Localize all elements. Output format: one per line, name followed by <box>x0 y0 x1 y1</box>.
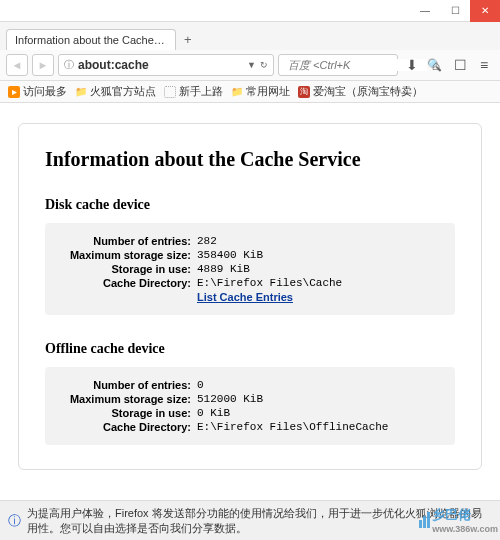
bookmark-firefox-official[interactable]: 📁火狐官方站点 <box>75 84 156 99</box>
bookmark-getting-started[interactable]: 新手上路 <box>164 84 223 99</box>
bookmark-most-visited[interactable]: ▸访问最多 <box>8 84 67 99</box>
info-icon: ⓘ <box>8 512 21 530</box>
forward-button[interactable]: ► <box>32 54 54 76</box>
offline-cache-heading: Offline cache device <box>45 341 455 357</box>
maximize-button[interactable]: ☐ <box>440 0 470 22</box>
page-card: Information about the Cache Service Disk… <box>18 123 482 470</box>
value: 358400 KiB <box>197 249 263 261</box>
folder-icon: 📁 <box>75 86 87 98</box>
window-controls: — ☐ ✕ <box>410 0 500 22</box>
bookmarks-toolbar: ▸访问最多 📁火狐官方站点 新手上路 📁常用网址 淘爱淘宝（原淘宝特卖） <box>0 81 500 103</box>
tab-strip: Information about the Cache S... + <box>0 22 500 50</box>
globe-icon: ⓘ <box>64 58 74 72</box>
hamburger-menu-icon[interactable]: ≡ <box>474 55 494 75</box>
taobao-icon: 淘 <box>298 86 310 98</box>
value: E:\Firefox Files\Cache <box>197 277 342 289</box>
value: 4889 KiB <box>197 263 250 275</box>
value: 512000 KiB <box>197 393 263 405</box>
label: Number of entries: <box>59 235 197 247</box>
reload-icon[interactable]: ↻ <box>260 60 268 70</box>
watermark-bars-icon <box>419 512 430 528</box>
close-button[interactable]: ✕ <box>470 0 500 22</box>
list-cache-entries-link[interactable]: List Cache Entries <box>197 291 293 303</box>
label: Number of entries: <box>59 379 197 391</box>
page-title: Information about the Cache Service <box>45 148 455 171</box>
label: Cache Directory: <box>59 421 197 433</box>
value: 0 KiB <box>197 407 230 419</box>
url-bar[interactable]: ⓘ ▼ ↻ <box>58 54 274 76</box>
offline-cache-panel: Number of entries:0 Maximum storage size… <box>45 367 455 445</box>
disk-cache-heading: Disk cache device <box>45 197 455 213</box>
navigation-toolbar: ◄ ► ⓘ ▼ ↻ 🔍 ⬇ ⌂ ☐ ≡ <box>0 50 500 81</box>
label: Storage in use: <box>59 263 197 275</box>
value: E:\Firefox Files\OfflineCache <box>197 421 388 433</box>
rss-icon: ▸ <box>8 86 20 98</box>
page-icon <box>164 86 176 98</box>
value: 282 <box>197 235 217 247</box>
home-button[interactable]: ⌂ <box>426 55 446 75</box>
watermark: 乡巴佬 www.386w.com <box>419 506 498 534</box>
watermark-url: www.386w.com <box>432 524 498 534</box>
minimize-button[interactable]: — <box>410 0 440 22</box>
bookmark-star-button[interactable]: ☐ <box>450 55 470 75</box>
new-tab-button[interactable]: + <box>176 29 200 50</box>
label: Cache Directory: <box>59 277 197 289</box>
back-button[interactable]: ◄ <box>6 54 28 76</box>
bookmark-aitaobao[interactable]: 淘爱淘宝（原淘宝特卖） <box>298 84 423 99</box>
value: 0 <box>197 379 204 391</box>
label: Maximum storage size: <box>59 249 197 261</box>
url-dropdown-icon[interactable]: ▼ <box>247 60 256 70</box>
bookmark-common-sites[interactable]: 📁常用网址 <box>231 84 290 99</box>
url-input[interactable] <box>78 58 243 72</box>
content-area: Information about the Cache Service Disk… <box>0 103 500 512</box>
folder-icon: 📁 <box>231 86 243 98</box>
watermark-text: 乡巴佬 <box>432 507 471 522</box>
downloads-button[interactable]: ⬇ <box>402 55 422 75</box>
search-box[interactable]: 🔍 <box>278 54 398 76</box>
label: Maximum storage size: <box>59 393 197 405</box>
window-title-bar: — ☐ ✕ <box>0 0 500 22</box>
tab-active[interactable]: Information about the Cache S... <box>6 29 176 50</box>
disk-cache-panel: Number of entries:282 Maximum storage si… <box>45 223 455 315</box>
label: Storage in use: <box>59 407 197 419</box>
